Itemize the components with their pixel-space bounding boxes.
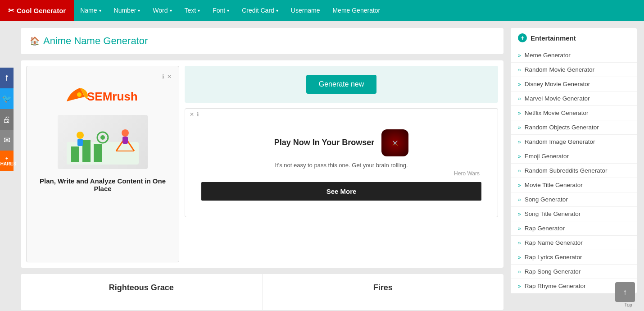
svg-rect-5 [94,144,102,162]
chevron-right-icon: » [518,240,521,246]
ad-close-icon[interactable]: ✕ [167,73,172,80]
svg-rect-7 [77,139,83,146]
sidebar-item-rap-lyrics[interactable]: » Rap Lyrics Generator [511,250,637,265]
chevron-down-icon: ▾ [227,8,229,13]
chevron-right-icon: » [518,124,521,131]
sidebar-item-random-movie[interactable]: » Random Movie Generator [511,63,637,77]
chevron-right-icon: » [518,269,521,275]
chevron-right-icon: » [518,110,521,116]
scroll-top-label: Top [624,302,632,307]
sidebar-item-random-image[interactable]: » Random Image Generator [511,135,637,149]
sidebar-item-label: Rap Rhyme Generator [525,283,586,289]
chevron-down-icon: ▾ [138,8,140,13]
generate-area: Generate new [185,66,498,103]
sidebar-item-song-title[interactable]: » Song Title Generator [511,207,637,221]
chevron-right-icon: » [518,211,521,217]
chevron-right-icon: » [518,197,521,203]
plus-share-icon: + [5,156,8,161]
chevron-right-icon: » [518,96,521,102]
sidebar-item-label: Rap Generator [525,225,565,232]
sidebar-item-meme[interactable]: » Meme Generator [511,48,637,63]
ad-illustration-svg [58,115,148,169]
semrush-logo: SEMrush [62,83,143,106]
social-sidebar: f 🐦 🖨 ✉ + SHARES [0,68,14,171]
chevron-right-icon: » [518,81,521,87]
print-button[interactable]: 🖨 [0,109,14,130]
chevron-right-icon: » [518,52,521,59]
sidebar-item-label: Random Movie Generator [525,66,594,73]
chevron-right-icon: » [518,139,521,145]
generate-button[interactable]: Generate new [306,75,377,94]
facebook-button[interactable]: f [0,68,14,88]
sidebar-item-netflix-movie[interactable]: » Netflix Movie Generator [511,106,637,120]
sidebar-section-title: Entertainment [531,34,576,42]
top-navbar: ✂ Cool Generator Name ▾ Number ▾ Word ▾ … [0,0,644,21]
nav-word[interactable]: Word ▾ [146,0,178,21]
hero-wars-area: Play Now In Your Browser ⚔️ [194,129,489,156]
sidebar-item-label: Song Title Generator [525,210,581,217]
home-icon[interactable]: 🏠 [30,36,40,46]
sidebar-item-movie-title[interactable]: » Movie Title Generator [511,178,637,192]
sidebar-item-rap[interactable]: » Rap Generator [511,221,637,236]
chevron-right-icon: » [518,254,521,261]
sidebar-card: + Entertainment » Meme Generator » Rando… [511,28,637,293]
see-more-button[interactable]: See More [201,182,481,201]
sidebar-item-disney-movie[interactable]: » Disney Movie Generator [511,77,637,91]
main-layout: 🏠 Anime Name Generator ℹ ✕ [0,21,644,311]
brand-logo[interactable]: ✂ Cool Generator [0,0,74,21]
svg-point-8 [122,129,129,137]
shares-button[interactable]: + SHARES [0,151,14,171]
semrush-svg: SEMrush [62,83,143,106]
sidebar-item-label: Netflix Movie Generator [525,110,589,116]
inner-ad-info-icon[interactable]: ℹ [197,111,199,118]
twitter-button[interactable]: 🐦 [0,88,14,109]
scissors-icon: ✂ [8,6,14,15]
sidebar-item-rap-name[interactable]: » Rap Name Generator [511,236,637,250]
ad-content-box: ℹ ✕ SEMrush [21,60,503,268]
sidebar-item-rap-song[interactable]: » Rap Song Generator [511,265,637,279]
ad-right-panel: Generate new ✕ ℹ Play Now In Your Browse… [185,66,498,262]
sidebar-item-label: Rap Name Generator [525,239,583,246]
sidebar: + Entertainment » Meme Generator » Rando… [511,28,637,310]
chevron-right-icon: » [518,153,521,160]
hw-attribution: Hero Wars [194,170,489,177]
inner-ad-box: ✕ ℹ Play Now In Your Browser ⚔️ It's [185,108,498,217]
sidebar-item-marvel-movie[interactable]: » Marvel Movie Generator [511,91,637,106]
hw-text: Play Now In Your Browser [274,137,374,148]
nav-name[interactable]: Name ▾ [74,0,107,21]
ad-info-icon[interactable]: ℹ [162,73,164,80]
svg-point-6 [77,132,84,139]
nav-credit-card[interactable]: Credit Card ▾ [236,0,285,21]
nav-username[interactable]: Username [285,0,327,21]
chevron-right-icon: » [518,67,521,73]
result-name-0: Righteous Grace [109,283,174,292]
nav-font[interactable]: Font ▾ [206,0,236,21]
chevron-right-icon: » [518,168,521,174]
shares-label: SHARES [0,161,16,166]
sidebar-item-emoji[interactable]: » Emoji Generator [511,149,637,164]
email-button[interactable]: ✉ [0,130,14,151]
sidebar-item-song[interactable]: » Song Generator [511,192,637,207]
svg-point-11 [100,135,105,140]
chevron-right-icon: » [518,225,521,232]
hw-subtext: It's not easy to pass this one. Get your… [194,162,489,169]
sidebar-section-header: + Entertainment [511,28,637,48]
nav-number[interactable]: Number ▾ [108,0,147,21]
sidebar-item-label: Random Image Generator [525,138,595,145]
sidebar-item-random-objects[interactable]: » Random Objects Generator [511,120,637,135]
hw-headline: Play Now In Your Browser [274,137,374,148]
sidebar-item-label: Song Generator [525,196,568,203]
scroll-top-button[interactable]: ↑ [615,282,635,302]
svg-text:SEMrush: SEMrush [87,90,138,103]
ad-left-text: Plan, Write and Analyze Content in One P… [34,177,172,192]
inner-ad-close-icon[interactable]: ✕ [190,111,194,118]
sidebar-item-label: Marvel Movie Generator [525,95,590,102]
sidebar-item-label: Random Subreddits Generator [525,167,608,174]
chevron-down-icon: ▾ [99,8,101,13]
sidebar-item-label: Disney Movie Generator [525,81,590,87]
nav-meme[interactable]: Meme Generator [326,0,386,21]
hero-wars-icon: ⚔️ [392,141,398,146]
nav-text[interactable]: Text ▾ [178,0,207,21]
sidebar-item-subreddits[interactable]: » Random Subreddits Generator [511,164,637,178]
plus-circle-icon: + [518,33,527,42]
